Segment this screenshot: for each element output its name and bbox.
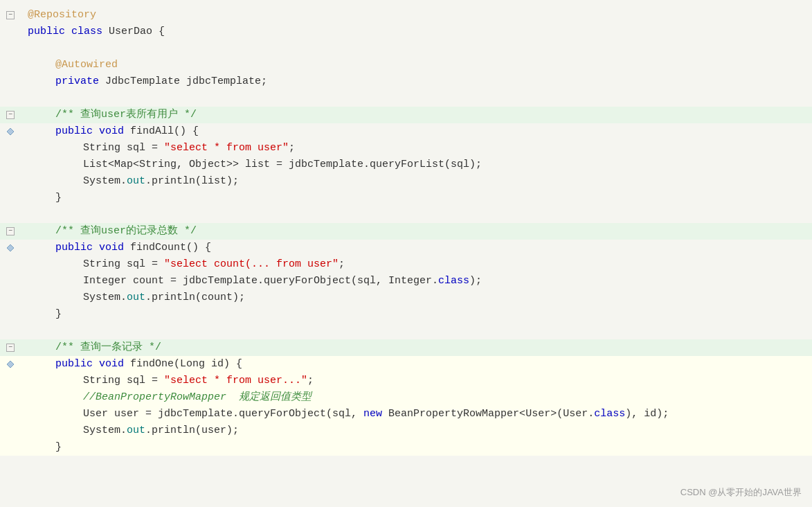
code-line: User user = jdbcTemplate.queryForObject(… [0,406,812,423]
code-line [0,40,812,57]
code-line: } [0,306,812,323]
code-text: } [21,190,812,206]
code-text: public void findOne(Long id) { [21,356,812,373]
fold-button[interactable]: − [6,344,15,352]
code-line: } [0,190,812,206]
code-line: String sql = "select * from user..."; [0,373,812,389]
code-text: } [21,439,812,456]
code-text: //BeanPropertyRowMapper 规定返回值类型 [21,389,812,406]
gutter-icon: − [0,11,21,19]
code-line: List<Map<String, Object>> list = jdbcTem… [0,157,812,173]
code-line: @Autowired [0,57,812,73]
code-text: @Repository [21,7,812,24]
gutter-icon [0,127,21,136]
gutter-icon [0,359,21,369]
code-text [21,40,812,57]
fold-button[interactable]: − [6,111,15,119]
code-text [21,206,812,223]
code-text: public class UserDao { [21,24,812,40]
code-text: String sql = "select * from user..."; [21,373,812,389]
gutter-icon: − [0,111,21,119]
code-text: Integer count = jdbcTemplate.queryForObj… [21,273,812,290]
code-text: public void findCount() { [21,240,812,256]
code-line [0,206,812,223]
code-text: List<Map<String, Object>> list = jdbcTem… [21,157,812,173]
code-text: private JdbcTemplate jdbcTemplate; [21,73,812,90]
code-text: System.out.println(count); [21,290,812,306]
code-line: −/** 查询一条记录 */ [0,339,812,356]
code-line: //BeanPropertyRowMapper 规定返回值类型 [0,389,812,406]
code-text: User user = jdbcTemplate.queryForObject(… [21,406,812,423]
code-text: /** 查询一条记录 */ [21,339,812,356]
code-text: String sql = "select * from user"; [21,140,812,157]
svg-marker-0 [7,128,14,135]
code-line: public class UserDao { [0,24,812,40]
code-line [0,90,812,107]
watermark: CSDN @从零开始的JAVA世界 [680,486,802,500]
code-line: −/** 查询user表所有用户 */ [0,107,812,123]
code-text [21,90,812,107]
code-line: public void findOne(Long id) { [0,356,812,373]
code-line: private JdbcTemplate jdbcTemplate; [0,73,812,90]
code-line: −/** 查询user的记录总数 */ [0,223,812,240]
code-text: @Autowired [21,57,812,73]
code-line: System.out.println(count); [0,290,812,306]
breakpoint-icon [6,243,15,253]
code-text: } [21,306,812,323]
svg-marker-2 [7,361,14,368]
code-line: Integer count = jdbcTemplate.queryForObj… [0,273,812,290]
fold-button[interactable]: − [6,11,15,19]
code-line: System.out.println(user); [0,423,812,439]
code-container: −@Repositorypublic class UserDao { @Auto… [0,0,812,507]
gutter-icon: − [0,227,21,235]
code-line: −@Repository [0,7,812,24]
fold-button[interactable]: − [6,227,15,235]
code-text: /** 查询user的记录总数 */ [21,223,812,240]
code-text: System.out.println(list); [21,173,812,190]
code-text: public void findAll() { [21,123,812,140]
breakpoint-icon [6,127,15,136]
code-line: public void findAll() { [0,123,812,140]
gutter-icon: − [0,344,21,352]
code-line: System.out.println(list); [0,173,812,190]
code-line [0,323,812,339]
code-text: System.out.println(user); [21,423,812,439]
code-text: String sql = "select count(... from user… [21,256,812,273]
breakpoint-icon [6,359,15,369]
code-text: /** 查询user表所有用户 */ [21,107,812,123]
code-text [21,323,812,339]
code-line: } [0,439,812,456]
gutter-icon [0,243,21,253]
code-line: String sql = "select * from user"; [0,140,812,157]
svg-marker-1 [7,244,14,251]
code-line: public void findCount() { [0,240,812,256]
code-line: String sql = "select count(... from user… [0,256,812,273]
